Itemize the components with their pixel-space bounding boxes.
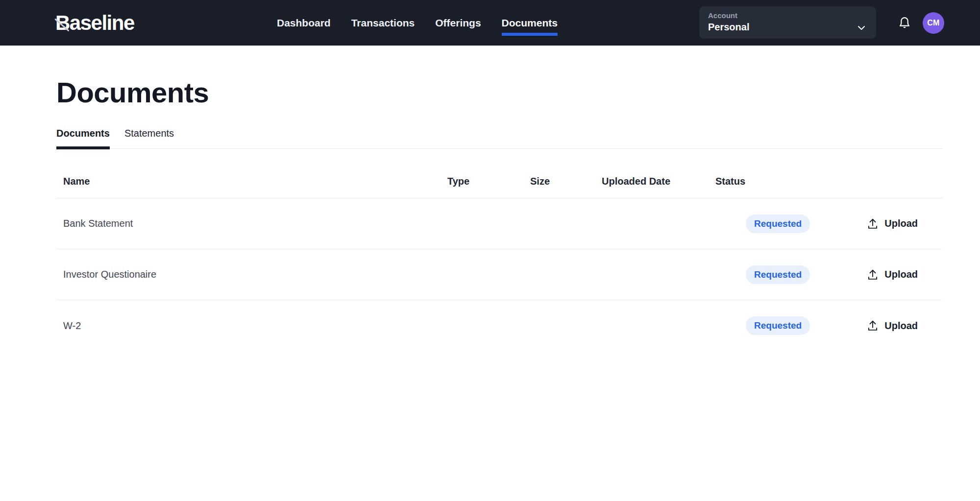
document-name: Bank Statement [56, 218, 447, 229]
table-body: Bank Statement Requested Upload Investor… [56, 198, 942, 351]
account-selector-value: Personal [708, 21, 867, 33]
tab-statements[interactable]: Statements [124, 128, 174, 148]
document-name: Investor Questionaire [56, 269, 447, 280]
upload-button[interactable]: Upload [866, 268, 918, 281]
upload-icon [866, 268, 879, 281]
document-action-cell: Upload [836, 217, 942, 230]
documents-table: Name Type Size Uploaded Date Status Bank… [56, 148, 942, 351]
column-header-size: Size [530, 176, 602, 187]
table-row: W-2 Requested Upload [56, 300, 942, 351]
document-action-cell: Upload [836, 319, 942, 332]
upload-button[interactable]: Upload [866, 217, 918, 230]
document-name: W-2 [56, 320, 447, 332]
chevron-down-icon [856, 22, 867, 34]
document-status-cell: Requested [715, 316, 836, 335]
brand-logo[interactable]: Baseline [55, 0, 134, 46]
upload-button-label: Upload [884, 269, 918, 280]
column-header-name: Name [56, 176, 447, 187]
notifications-button[interactable] [894, 12, 915, 33]
upload-button-label: Upload [884, 218, 918, 229]
tab-documents[interactable]: Documents [56, 128, 110, 148]
tab-bar: Documents Statements [56, 128, 942, 149]
document-status-cell: Requested [715, 265, 836, 284]
table-header-row: Name Type Size Uploaded Date Status [56, 148, 942, 198]
upload-button-label: Upload [884, 320, 918, 332]
avatar[interactable]: CM [923, 12, 944, 34]
navbar: Baseline Dashboard Transactions Offering… [0, 0, 980, 46]
account-selector-label: Account [708, 11, 867, 20]
upload-icon [866, 319, 879, 332]
brand-name: Baseline [55, 11, 134, 35]
nav-item-transactions[interactable]: Transactions [351, 17, 415, 29]
status-badge: Requested [746, 215, 810, 233]
avatar-initials: CM [927, 19, 939, 27]
status-badge: Requested [746, 265, 810, 284]
table-row: Bank Statement Requested Upload [56, 198, 942, 249]
account-selector[interactable]: Account Personal [699, 6, 876, 39]
page-title: Documents [56, 78, 209, 107]
column-header-uploaded-date: Uploaded Date [602, 176, 715, 187]
bell-icon [897, 15, 912, 30]
nav-item-documents[interactable]: Documents [502, 17, 558, 29]
nav-item-offerings[interactable]: Offerings [435, 17, 481, 29]
upload-button[interactable]: Upload [866, 319, 918, 332]
status-badge: Requested [746, 316, 810, 335]
document-status-cell: Requested [715, 215, 836, 233]
column-header-type: Type [447, 176, 530, 187]
column-header-status: Status [715, 176, 836, 187]
table-row: Investor Questionaire Requested Upload [56, 249, 942, 300]
primary-nav: Dashboard Transactions Offerings Documen… [277, 0, 558, 46]
nav-item-dashboard[interactable]: Dashboard [277, 17, 331, 29]
upload-icon [866, 217, 879, 230]
document-action-cell: Upload [836, 268, 942, 281]
